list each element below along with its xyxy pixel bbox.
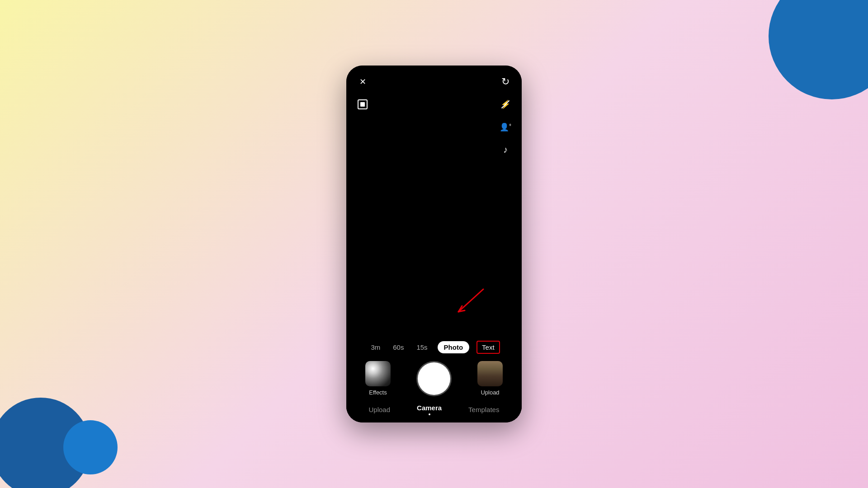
mode-15s[interactable]: 15s [414,342,430,353]
flash-button[interactable]: ⚡ [498,97,513,112]
nav-upload-label: Upload [369,406,391,413]
capture-row: Effects Upload [346,357,522,400]
mode-photo[interactable]: Photo [438,341,470,353]
add-person-button[interactable]: 👤+ [498,120,513,134]
nav-camera[interactable]: Camera [417,404,442,415]
music-button[interactable]: ♪ [498,142,513,157]
flip-camera-button[interactable]: ↻ [498,75,513,89]
upload-thumbnail-visual [477,361,503,386]
music-icon: ♪ [503,145,508,155]
effects-button[interactable]: Effects [355,361,401,396]
nav-templates[interactable]: Templates [468,406,499,413]
bg-circle-top-right [769,0,868,99]
top-left-controls: ✕ [355,75,370,112]
nav-upload[interactable]: Upload [369,406,391,413]
effects-label: Effects [369,389,387,396]
shutter-wrapper [401,362,467,395]
square-inner [360,102,365,107]
nav-camera-label: Camera [417,404,442,412]
square-record-icon [358,99,368,109]
flash-icon: ⚡ [500,99,510,109]
text-arrow-annotation [449,287,490,319]
upload-from-gallery-button[interactable]: Upload [467,361,513,396]
effects-thumbnail [365,361,391,386]
effects-thumbnail-visual [365,361,391,386]
phone-frame: ✕ ↻ ⚡ [346,66,522,422]
nav-templates-label: Templates [468,406,499,413]
nav-active-dot [429,413,430,415]
close-button[interactable]: ✕ [355,75,370,89]
add-person-icon: 👤+ [500,122,512,132]
stop-record-button[interactable] [355,97,370,112]
mode-60s[interactable]: 60s [390,342,406,353]
top-bar: ✕ ↻ ⚡ [346,66,522,161]
bottom-area: 3m 60s 15s Photo Text Effects [346,335,522,422]
upload-label: Upload [481,389,499,396]
camera-viewfinder: ✕ ↻ ⚡ [346,66,522,422]
mode-3m[interactable]: 3m [368,342,383,353]
mode-text[interactable]: Text [476,341,500,354]
close-icon: ✕ [359,77,366,87]
mode-selector: 3m 60s 15s Photo Text [346,335,522,357]
bottom-nav: Upload Camera Templates [346,400,522,422]
bg-circle-bottom-left-small [63,420,118,474]
shutter-button[interactable] [418,362,450,395]
top-right-controls: ↻ ⚡ 👤+ ♪ [498,75,513,157]
flip-camera-icon: ↻ [501,76,509,88]
upload-thumbnail [477,361,503,386]
